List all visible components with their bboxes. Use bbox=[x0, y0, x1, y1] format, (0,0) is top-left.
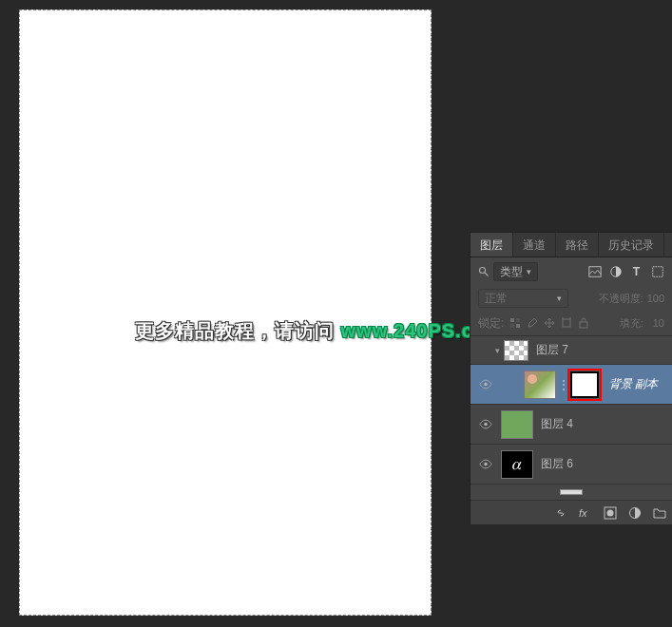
lock-brush-icon[interactable] bbox=[527, 317, 538, 329]
panel-bottom-toolbar: fx bbox=[470, 500, 672, 524]
tab-layers[interactable]: 图层 bbox=[470, 233, 513, 256]
eye-icon bbox=[479, 379, 492, 390]
svg-point-14 bbox=[484, 383, 488, 387]
tab-history[interactable]: 历史记录 bbox=[599, 233, 664, 256]
blend-row: 正常 ▾ 不透明度: 100 bbox=[470, 286, 672, 311]
filter-text-icon[interactable]: T bbox=[630, 265, 643, 278]
svg-rect-8 bbox=[510, 324, 514, 328]
lock-all-icon[interactable] bbox=[578, 317, 589, 329]
layer-mask-thumbnail[interactable] bbox=[570, 371, 599, 398]
watermark-text: 更多精品教程，请访问 www.240PS.com bbox=[135, 318, 504, 344]
layer-thumbnail[interactable] bbox=[501, 410, 533, 439]
filter-shape-icon[interactable] bbox=[651, 265, 664, 278]
layer-name[interactable]: 图层 4 bbox=[541, 416, 573, 432]
layer-item-7[interactable]: ▾ 图层 7 bbox=[470, 336, 672, 365]
add-mask-icon[interactable] bbox=[604, 506, 617, 520]
svg-rect-7 bbox=[516, 318, 520, 322]
adjustment-layer-icon[interactable] bbox=[628, 506, 642, 520]
canvas-area[interactable] bbox=[19, 10, 432, 616]
layers-list: ▾ 图层 7 ⋮ 背景 副本 图层 4 𝛼 bbox=[470, 335, 672, 500]
svg-text:T: T bbox=[633, 265, 641, 278]
chevron-down-icon: ▾ bbox=[527, 267, 531, 276]
eye-icon bbox=[479, 419, 492, 429]
svg-rect-5 bbox=[653, 267, 663, 277]
group-icon[interactable] bbox=[653, 506, 666, 520]
lock-artboard-icon[interactable] bbox=[561, 317, 572, 329]
svg-point-18 bbox=[607, 509, 614, 516]
svg-point-15 bbox=[484, 423, 488, 427]
svg-point-16 bbox=[484, 463, 488, 466]
filter-row: 类型 ▾ T bbox=[470, 257, 672, 286]
lock-row: 锁定: 填充: 10 bbox=[470, 311, 672, 335]
svg-rect-13 bbox=[580, 322, 587, 328]
layer-thumbnail[interactable] bbox=[504, 340, 528, 361]
layers-panel: 图层 通道 路径 历史记录 类型 ▾ T 正常 ▾ 不透明度: 100 锁定: bbox=[470, 232, 672, 524]
svg-rect-10 bbox=[563, 319, 570, 327]
svg-rect-6 bbox=[510, 318, 514, 322]
chevron-down-icon: ▾ bbox=[557, 294, 562, 303]
lock-label: 锁定: bbox=[478, 315, 504, 332]
visibility-toggle[interactable] bbox=[474, 379, 497, 390]
layer-name[interactable]: 图层 7 bbox=[536, 342, 568, 358]
filter-image-icon[interactable] bbox=[588, 265, 602, 278]
nav-indicator[interactable] bbox=[560, 489, 583, 495]
panel-tabs: 图层 通道 路径 历史记录 bbox=[470, 233, 672, 257]
eye-icon bbox=[479, 459, 492, 469]
lock-move-icon[interactable] bbox=[544, 317, 555, 329]
svg-rect-9 bbox=[516, 324, 520, 328]
fill-value[interactable]: 10 bbox=[653, 317, 664, 329]
layer-thumbnail[interactable] bbox=[524, 370, 556, 399]
opacity-label: 不透明度: bbox=[599, 292, 643, 306]
link-layers-icon[interactable] bbox=[554, 506, 567, 520]
filter-type-label: 类型 bbox=[500, 264, 523, 280]
chevron-down-icon[interactable]: ▾ bbox=[495, 346, 500, 355]
layer-name[interactable]: 背景 副本 bbox=[609, 376, 658, 392]
layer-item-bg-copy[interactable]: ⋮ 背景 副本 bbox=[470, 365, 672, 405]
lock-pixels-icon[interactable] bbox=[509, 317, 521, 329]
link-icon: ⋮ bbox=[558, 378, 566, 391]
watermark-cn: 更多精品教程，请访问 bbox=[135, 320, 341, 341]
filter-adjust-icon[interactable] bbox=[609, 265, 623, 278]
blend-mode-label: 正常 bbox=[485, 291, 508, 307]
visibility-toggle[interactable] bbox=[474, 419, 497, 429]
tab-paths[interactable]: 路径 bbox=[556, 233, 599, 256]
tab-channels[interactable]: 通道 bbox=[513, 233, 556, 256]
svg-line-1 bbox=[485, 273, 489, 276]
nav-strip bbox=[470, 484, 672, 500]
visibility-toggle[interactable] bbox=[474, 459, 497, 469]
layer-thumbnail[interactable]: 𝛼 bbox=[501, 450, 533, 479]
opacity-value[interactable]: 100 bbox=[647, 293, 664, 304]
layer-item-4[interactable]: 图层 4 bbox=[470, 405, 672, 445]
layer-name[interactable]: 图层 6 bbox=[541, 456, 573, 472]
layer-item-6[interactable]: 𝛼 图层 6 bbox=[470, 445, 672, 484]
search-icon bbox=[478, 266, 490, 277]
filter-type-select[interactable]: 类型 ▾ bbox=[493, 262, 538, 281]
fx-icon[interactable]: fx bbox=[579, 506, 592, 520]
mask-highlight bbox=[567, 369, 602, 401]
blend-mode-select[interactable]: 正常 ▾ bbox=[478, 289, 568, 308]
svg-point-0 bbox=[480, 268, 486, 274]
fill-label: 填充: bbox=[620, 316, 643, 331]
